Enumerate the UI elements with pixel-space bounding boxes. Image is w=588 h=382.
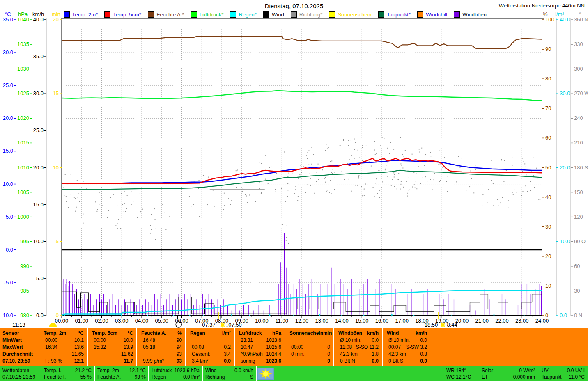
sun-icon bbox=[256, 366, 275, 381]
stats-cell-time: 23:31 bbox=[241, 337, 253, 344]
svg-text:-10.0: -10.0 bbox=[1, 312, 13, 318]
svg-text:14:00: 14:00 bbox=[335, 318, 349, 324]
svg-text:30: 30 bbox=[545, 224, 551, 230]
weather-chart: 35.030.025.020.015.010.05.00.0-5.0-10.01… bbox=[0, 0, 588, 328]
stats-cell-value: 3.4 bbox=[224, 351, 231, 358]
stats-cell-value: 0.0 bbox=[372, 337, 379, 344]
stats-col-title: Temp. 5cm bbox=[92, 330, 117, 337]
stats-cell-value: 11.7 bbox=[124, 358, 133, 365]
svg-text:20.0: 20.0 bbox=[560, 165, 570, 171]
svg-text:300: 300 bbox=[574, 66, 583, 72]
svg-text:15: 15 bbox=[53, 90, 59, 96]
svg-text:10: 10 bbox=[53, 165, 59, 171]
status-cells: Wetterdaten07.10.25 23:59Temp. I.21.2 °C… bbox=[0, 366, 256, 381]
stats-col-title: Feuchte A. bbox=[141, 330, 166, 337]
status-label: ET bbox=[482, 374, 488, 380]
svg-text:90: 90 bbox=[545, 46, 551, 52]
stats-cell-time: 0 Bft S bbox=[388, 358, 403, 365]
stats-col-unit: % bbox=[177, 330, 182, 337]
stats-cell-value: 10.1 bbox=[74, 337, 84, 344]
stats-cell-time: 10:47 bbox=[241, 344, 253, 351]
status-value: 55 % bbox=[80, 374, 92, 380]
stats-col-title: Windböen bbox=[338, 330, 362, 337]
stats-cell-time: 3.4 l/m² bbox=[192, 358, 208, 365]
stats-cell-value: 11.65 bbox=[72, 351, 84, 358]
svg-text:04:00: 04:00 bbox=[135, 318, 149, 324]
weather-app-window: Dienstag, 07.10.2025 Wetterstation Niede… bbox=[0, 0, 588, 382]
svg-text:03:00: 03:00 bbox=[115, 318, 129, 324]
stats-cell-value: 1023.6 bbox=[266, 337, 281, 344]
svg-text:10.0: 10.0 bbox=[560, 238, 570, 245]
svg-text:15.0: 15.0 bbox=[33, 201, 44, 208]
svg-text:-5.0: -5.0 bbox=[4, 279, 13, 286]
svg-text:01:00: 01:00 bbox=[75, 318, 88, 324]
stats-cell-time: 16:48 bbox=[143, 337, 155, 344]
stats-cell-time: 42.3 km bbox=[388, 351, 406, 358]
status-label: Wetterdaten bbox=[2, 367, 29, 374]
stats-cell-time: 00:00 bbox=[45, 337, 57, 344]
stats-cell-value: 1024.4 bbox=[266, 351, 281, 358]
status-value: 0.0 UV-I bbox=[567, 367, 585, 374]
svg-text:40: 40 bbox=[545, 194, 551, 200]
status-cell-3: Luftdruck1023.6 hPaRegen0.0 l/m² bbox=[148, 366, 202, 381]
svg-text:11:00: 11:00 bbox=[275, 318, 288, 324]
status-value: 0.0 km/h bbox=[234, 367, 253, 374]
status-label: Temp. 2m bbox=[97, 367, 119, 374]
stats-cell-value: S-SO 11.2 bbox=[356, 344, 379, 351]
stats-cell-value: 0 bbox=[327, 358, 330, 365]
sensor-stats-table: SensorMinWertMaxWertDurchschnitt07.10. 2… bbox=[0, 328, 588, 366]
svg-text:1040: 1040 bbox=[17, 16, 29, 23]
svg-text:16:00: 16:00 bbox=[375, 318, 389, 324]
stats-cell-value: 0.8 bbox=[420, 351, 427, 358]
status-value: 0.000 mm bbox=[513, 374, 535, 380]
svg-text:05:00: 05:00 bbox=[155, 318, 168, 324]
svg-text:995: 995 bbox=[20, 238, 29, 245]
stats-col-title: Luftdruck bbox=[239, 330, 262, 337]
svg-text:80: 80 bbox=[545, 75, 551, 82]
stats-col-title: Regen bbox=[190, 330, 205, 337]
svg-text:30.0: 30.0 bbox=[560, 90, 570, 96]
status-right-group-0: WR 184°WC 12.1°C bbox=[446, 367, 475, 381]
stats-col-unit: km/h bbox=[367, 330, 379, 337]
svg-text:100: 100 bbox=[545, 16, 554, 23]
status-value: 0.0 l/m² bbox=[183, 374, 200, 380]
svg-text:120: 120 bbox=[574, 214, 583, 220]
stats-cell-value: 1025.6 bbox=[266, 344, 281, 351]
status-label: Richtung bbox=[205, 374, 225, 380]
status-value: 21.2 °C bbox=[75, 367, 92, 374]
svg-text:40.0: 40.0 bbox=[560, 16, 570, 23]
svg-text:990: 990 bbox=[20, 263, 29, 269]
status-label: WR 184° bbox=[446, 367, 466, 374]
status-right-values: WR 184°WC 12.1°CSolar0 W/m²ET0.000 mmUV0… bbox=[446, 366, 588, 381]
svg-text:210: 210 bbox=[574, 140, 583, 146]
status-label: Taupunkt bbox=[542, 374, 562, 380]
svg-text:10.0: 10.0 bbox=[3, 181, 13, 187]
stats-cell-value: 0.2 bbox=[224, 344, 231, 351]
stats-cell-value: 90 bbox=[177, 337, 182, 344]
status-label: WC 12.1°C bbox=[446, 374, 471, 380]
svg-text:60: 60 bbox=[545, 135, 551, 141]
svg-text:11:13: 11:13 bbox=[12, 322, 25, 328]
stats-cell-value: 12.1 bbox=[74, 358, 84, 365]
svg-text:15:00: 15:00 bbox=[355, 318, 369, 324]
svg-text:30.0: 30.0 bbox=[33, 90, 44, 96]
stats-col-unit: °C bbox=[78, 330, 84, 337]
svg-text:30.0: 30.0 bbox=[3, 49, 13, 55]
stats-cell-time: 00:07 bbox=[388, 344, 401, 351]
bottom-tables: SensorMinWertMaxWertDurchschnitt07.10. 2… bbox=[0, 328, 588, 381]
svg-text:1035: 1035 bbox=[17, 41, 29, 47]
stats-cell-value: 93 bbox=[177, 358, 182, 365]
status-value: 1023.6 hPa bbox=[175, 367, 200, 374]
stats-cell-time: 9.99 g/m³ bbox=[143, 358, 164, 365]
stats-cell-value: 0 bbox=[327, 344, 330, 351]
stats-cell-value: S-SW 3.2 bbox=[406, 344, 427, 351]
svg-text:10: 10 bbox=[545, 283, 551, 289]
status-label: UV bbox=[542, 367, 549, 374]
status-cell-0: Wetterdaten07.10.25 23:59 bbox=[0, 366, 41, 381]
svg-text:25.0: 25.0 bbox=[33, 127, 44, 133]
stats-cell-time: Gesamt: bbox=[192, 351, 210, 358]
stats-row-label-0: Sensor bbox=[2, 330, 39, 337]
stats-col-unit: °C bbox=[128, 330, 133, 337]
status-right-group-2: UV0.0 UV-ITaupunkt11.0 °C bbox=[542, 367, 585, 381]
svg-text:8:44: 8:44 bbox=[447, 322, 457, 328]
